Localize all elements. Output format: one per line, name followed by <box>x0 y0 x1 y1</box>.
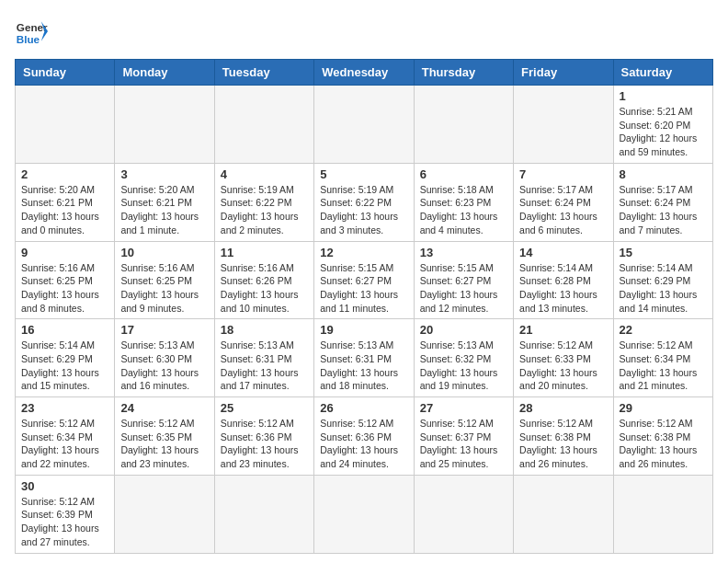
day-info: Sunrise: 5:18 AM Sunset: 6:23 PM Dayligh… <box>420 183 507 237</box>
day-info: Sunrise: 5:21 AM Sunset: 6:20 PM Dayligh… <box>620 105 707 159</box>
calendar-cell <box>414 86 513 164</box>
day-number: 22 <box>620 323 707 337</box>
day-info: Sunrise: 5:17 AM Sunset: 6:24 PM Dayligh… <box>620 183 707 237</box>
calendar-cell: 3Sunrise: 5:20 AM Sunset: 6:21 PM Daylig… <box>115 163 214 241</box>
day-info: Sunrise: 5:12 AM Sunset: 6:34 PM Dayligh… <box>620 339 707 393</box>
day-number: 1 <box>620 89 707 103</box>
calendar-cell: 25Sunrise: 5:12 AM Sunset: 6:36 PM Dayli… <box>214 397 313 476</box>
calendar-cell: 24Sunrise: 5:12 AM Sunset: 6:35 PM Dayli… <box>115 397 214 476</box>
day-info: Sunrise: 5:19 AM Sunset: 6:22 PM Dayligh… <box>221 183 308 237</box>
calendar-cell <box>16 86 115 164</box>
day-info: Sunrise: 5:14 AM Sunset: 6:29 PM Dayligh… <box>21 339 108 393</box>
svg-text:General: General <box>17 21 48 33</box>
calendar-cell <box>514 86 613 164</box>
day-info: Sunrise: 5:13 AM Sunset: 6:30 PM Dayligh… <box>120 339 208 393</box>
calendar-cell: 11Sunrise: 5:16 AM Sunset: 6:26 PM Dayli… <box>214 241 313 319</box>
day-number: 16 <box>21 323 108 337</box>
day-info: Sunrise: 5:13 AM Sunset: 6:32 PM Dayligh… <box>420 339 507 393</box>
calendar-cell: 13Sunrise: 5:15 AM Sunset: 6:27 PM Dayli… <box>414 241 513 319</box>
calendar-table: SundayMondayTuesdayWednesdayThursdayFrid… <box>15 59 713 554</box>
day-number: 5 <box>320 167 407 181</box>
day-info: Sunrise: 5:15 AM Sunset: 6:27 PM Dayligh… <box>420 261 507 316</box>
day-number: 26 <box>320 401 407 415</box>
weekday-header-wednesday: Wednesday <box>314 60 414 86</box>
day-info: Sunrise: 5:19 AM Sunset: 6:22 PM Dayligh… <box>320 183 407 237</box>
day-number: 15 <box>620 246 707 259</box>
day-number: 10 <box>120 246 208 259</box>
weekday-header-friday: Friday <box>514 60 613 86</box>
calendar-cell: 18Sunrise: 5:13 AM Sunset: 6:31 PM Dayli… <box>214 319 313 397</box>
day-number: 13 <box>420 246 507 259</box>
calendar-cell: 14Sunrise: 5:14 AM Sunset: 6:28 PM Dayli… <box>514 241 613 319</box>
day-info: Sunrise: 5:12 AM Sunset: 6:35 PM Dayligh… <box>120 417 208 471</box>
calendar-week-row: 23Sunrise: 5:12 AM Sunset: 6:34 PM Dayli… <box>16 397 713 476</box>
calendar-cell: 1Sunrise: 5:21 AM Sunset: 6:20 PM Daylig… <box>613 86 712 164</box>
day-info: Sunrise: 5:12 AM Sunset: 6:38 PM Dayligh… <box>519 417 607 471</box>
weekday-header-tuesday: Tuesday <box>214 60 313 86</box>
calendar-cell: 20Sunrise: 5:13 AM Sunset: 6:32 PM Dayli… <box>414 319 513 397</box>
calendar-cell-empty <box>115 475 214 553</box>
day-info: Sunrise: 5:16 AM Sunset: 6:26 PM Dayligh… <box>221 261 308 316</box>
weekday-header-sunday: Sunday <box>16 60 115 86</box>
day-number: 14 <box>519 246 607 259</box>
day-number: 30 <box>21 479 108 493</box>
day-number: 28 <box>519 401 607 415</box>
calendar-cell: 6Sunrise: 5:18 AM Sunset: 6:23 PM Daylig… <box>414 163 513 241</box>
day-number: 6 <box>420 167 507 181</box>
day-info: Sunrise: 5:12 AM Sunset: 6:38 PM Dayligh… <box>620 417 707 471</box>
day-info: Sunrise: 5:12 AM Sunset: 6:34 PM Dayligh… <box>21 417 108 471</box>
calendar-week-row: 30Sunrise: 5:12 AM Sunset: 6:39 PM Dayli… <box>16 475 713 553</box>
day-number: 17 <box>120 323 208 337</box>
calendar-cell-empty <box>414 475 513 553</box>
day-number: 25 <box>221 401 308 415</box>
calendar-cell: 19Sunrise: 5:13 AM Sunset: 6:31 PM Dayli… <box>314 319 414 397</box>
svg-text:Blue: Blue <box>17 33 40 45</box>
calendar-cell: 5Sunrise: 5:19 AM Sunset: 6:22 PM Daylig… <box>314 163 414 241</box>
calendar-cell: 23Sunrise: 5:12 AM Sunset: 6:34 PM Dayli… <box>16 397 115 476</box>
day-number: 29 <box>620 401 707 415</box>
calendar-week-row: 1Sunrise: 5:21 AM Sunset: 6:20 PM Daylig… <box>16 86 713 164</box>
day-number: 8 <box>620 167 707 181</box>
day-info: Sunrise: 5:12 AM Sunset: 6:37 PM Dayligh… <box>420 417 507 471</box>
calendar-week-row: 16Sunrise: 5:14 AM Sunset: 6:29 PM Dayli… <box>16 319 713 397</box>
day-number: 21 <box>519 323 607 337</box>
calendar-week-row: 9Sunrise: 5:16 AM Sunset: 6:25 PM Daylig… <box>16 241 713 319</box>
day-number: 11 <box>221 246 308 259</box>
weekday-header-saturday: Saturday <box>613 60 712 86</box>
weekday-header-row: SundayMondayTuesdayWednesdayThursdayFrid… <box>16 60 713 86</box>
day-info: Sunrise: 5:20 AM Sunset: 6:21 PM Dayligh… <box>21 183 108 237</box>
calendar-cell <box>115 86 214 164</box>
calendar-cell: 16Sunrise: 5:14 AM Sunset: 6:29 PM Dayli… <box>16 319 115 397</box>
day-number: 2 <box>21 167 108 181</box>
weekday-header-monday: Monday <box>115 60 214 86</box>
day-info: Sunrise: 5:14 AM Sunset: 6:28 PM Dayligh… <box>519 261 607 316</box>
day-number: 27 <box>420 401 507 415</box>
calendar-cell: 30Sunrise: 5:12 AM Sunset: 6:39 PM Dayli… <box>16 475 115 553</box>
day-number: 20 <box>420 323 507 337</box>
calendar-cell-empty <box>613 475 712 553</box>
day-info: Sunrise: 5:13 AM Sunset: 6:31 PM Dayligh… <box>221 339 308 393</box>
calendar-cell: 7Sunrise: 5:17 AM Sunset: 6:24 PM Daylig… <box>514 163 613 241</box>
day-info: Sunrise: 5:12 AM Sunset: 6:36 PM Dayligh… <box>320 417 407 471</box>
calendar-week-row: 2Sunrise: 5:20 AM Sunset: 6:21 PM Daylig… <box>16 163 713 241</box>
day-info: Sunrise: 5:16 AM Sunset: 6:25 PM Dayligh… <box>120 261 208 316</box>
day-number: 23 <box>21 401 108 415</box>
day-info: Sunrise: 5:12 AM Sunset: 6:36 PM Dayligh… <box>221 417 308 471</box>
logo: General Blue <box>15 15 51 48</box>
day-number: 12 <box>320 246 407 259</box>
logo-icon: General Blue <box>15 15 48 48</box>
day-number: 18 <box>221 323 308 337</box>
calendar-cell: 29Sunrise: 5:12 AM Sunset: 6:38 PM Dayli… <box>613 397 712 476</box>
calendar-cell-empty <box>314 475 414 553</box>
calendar-cell-empty <box>514 475 613 553</box>
day-info: Sunrise: 5:17 AM Sunset: 6:24 PM Dayligh… <box>519 183 607 237</box>
calendar-cell: 28Sunrise: 5:12 AM Sunset: 6:38 PM Dayli… <box>514 397 613 476</box>
day-number: 24 <box>120 401 208 415</box>
calendar-cell: 22Sunrise: 5:12 AM Sunset: 6:34 PM Dayli… <box>613 319 712 397</box>
calendar-cell: 8Sunrise: 5:17 AM Sunset: 6:24 PM Daylig… <box>613 163 712 241</box>
calendar-cell-empty <box>214 475 313 553</box>
calendar-cell <box>214 86 313 164</box>
calendar-cell: 2Sunrise: 5:20 AM Sunset: 6:21 PM Daylig… <box>16 163 115 241</box>
page-header: General Blue <box>15 15 713 48</box>
weekday-header-thursday: Thursday <box>414 60 513 86</box>
